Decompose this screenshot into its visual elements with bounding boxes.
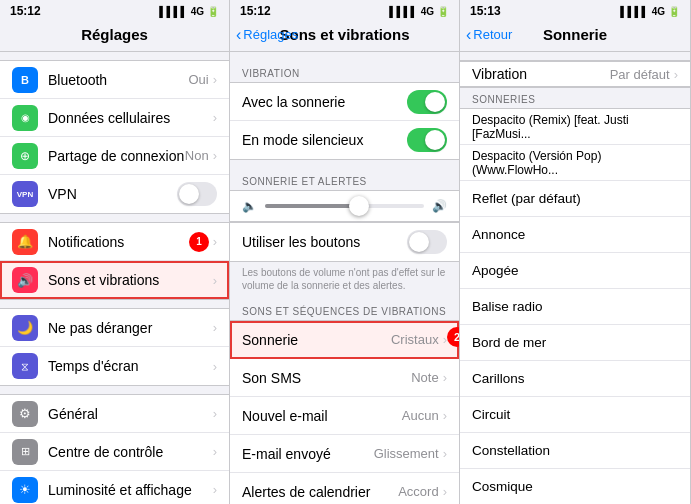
ringtone-label: Apogée xyxy=(472,263,678,278)
vibration-row-label: Vibration xyxy=(472,66,610,82)
time-2: 15:12 xyxy=(240,4,271,18)
sidebar-item-general[interactable]: ⚙ Général › xyxy=(0,395,229,433)
alertes-calendrier-label: Alertes de calendrier xyxy=(242,484,398,500)
slider-thumb[interactable] xyxy=(349,196,369,216)
ringtone-carillons[interactable]: Carillons xyxy=(460,361,690,397)
page-title-2: Sons et vibrations xyxy=(279,26,409,43)
control-label: Centre de contrôle xyxy=(48,444,213,460)
chevron-icon: › xyxy=(443,484,447,499)
signal-icon-3: ▌▌▌▌ xyxy=(620,6,648,17)
vpn-label: VPN xyxy=(48,186,177,202)
avec-sonnerie-toggle[interactable] xyxy=(407,90,447,114)
panel-settings: 15:12 ▌▌▌▌ 4G 🔋 Réglages B Bluetooth Oui… xyxy=(0,0,230,504)
display-label: Luminosité et affichage xyxy=(48,482,213,498)
ringtone-label: Constellation xyxy=(472,443,678,458)
dnd-icon: 🌙 xyxy=(12,315,38,341)
sidebar-item-hotspot[interactable]: ⊕ Partage de connexion Non › xyxy=(0,137,229,175)
sonneries-label: SONNERIES xyxy=(460,88,690,108)
use-buttons-toggle[interactable] xyxy=(407,230,447,254)
dnd-label: Ne pas déranger xyxy=(48,320,213,336)
ringtone-label: Annonce xyxy=(472,227,678,242)
volume-high-icon: 🔊 xyxy=(432,199,447,213)
ringtone-label: Despacito (Versión Pop) (Www.FlowHo... xyxy=(472,149,678,177)
ringtone-label: Reflet (par défaut) xyxy=(472,191,678,206)
sidebar-item-control[interactable]: ⊞ Centre de contrôle › xyxy=(0,433,229,471)
ringtone-label: Despacito (Remix) [feat. Justi [FazMusi.… xyxy=(472,113,678,141)
ringtone-circuit[interactable]: Circuit xyxy=(460,397,690,433)
mode-silencieux-label: En mode silencieux xyxy=(242,132,407,148)
use-buttons-item[interactable]: Utiliser les boutons xyxy=(230,223,459,261)
sidebar-item-screentime[interactable]: ⧖ Temps d'écran › xyxy=(0,347,229,385)
vpn-icon: VPN xyxy=(12,181,38,207)
hotspot-value: Non xyxy=(185,148,209,163)
battery-icon: 🔋 xyxy=(207,6,219,17)
network-icon-2: 4G xyxy=(421,6,434,17)
ringtone-despacito-version[interactable]: Despacito (Versión Pop) (Www.FlowHo... xyxy=(460,145,690,181)
avec-sonnerie-item[interactable]: Avec la sonnerie xyxy=(230,83,459,121)
email-envoye-label: E-mail envoyé xyxy=(242,446,374,462)
chevron-icon: › xyxy=(213,148,217,163)
volume-slider-row[interactable]: 🔈 🔊 xyxy=(230,190,459,222)
back-button-3[interactable]: ‹ Retour xyxy=(466,26,512,44)
chevron-icon: › xyxy=(213,273,217,288)
signal-icon: ▌▌▌▌ xyxy=(159,6,187,17)
ringtone-despacito-remix[interactable]: Despacito (Remix) [feat. Justi [FazMusi.… xyxy=(460,109,690,145)
sidebar-item-dnd[interactable]: 🌙 Ne pas déranger › xyxy=(0,309,229,347)
group-alerts: 🔔 Notifications 1 › 🔊 Sons et vibrations… xyxy=(0,222,229,300)
avec-sonnerie-label: Avec la sonnerie xyxy=(242,94,407,110)
bluetooth-label: Bluetooth xyxy=(48,72,188,88)
son-sms-value: Note xyxy=(411,370,438,385)
vpn-toggle[interactable] xyxy=(177,182,217,206)
nav-bar-1: Réglages xyxy=(0,20,229,52)
chevron-icon: › xyxy=(443,408,447,423)
son-sms-item[interactable]: Son SMS Note › xyxy=(230,359,459,397)
sonnerie-alertes-label: SONNERIE ET ALERTES xyxy=(230,168,459,190)
ringtone-label: Bord de mer xyxy=(472,335,678,350)
mode-silencieux-toggle[interactable] xyxy=(407,128,447,152)
ringtone-balise-radio[interactable]: Balise radio xyxy=(460,289,690,325)
sidebar-item-cellular[interactable]: ◉ Données cellulaires › xyxy=(0,99,229,137)
slider-fill xyxy=(265,204,352,208)
sidebar-item-display[interactable]: ☀ Luminosité et affichage › xyxy=(0,471,229,504)
sidebar-item-sounds[interactable]: 🔊 Sons et vibrations › xyxy=(0,261,229,299)
panel-sonnerie: 15:13 ▌▌▌▌ 4G 🔋 ‹ Retour Sonnerie Vibrat… xyxy=(460,0,691,504)
sidebar-item-bluetooth[interactable]: B Bluetooth Oui › xyxy=(0,61,229,99)
group-vibration: Avec la sonnerie En mode silencieux xyxy=(230,82,459,160)
time-3: 15:13 xyxy=(470,4,501,18)
settings-list-2: VIBRATION Avec la sonnerie En mode silen… xyxy=(230,52,459,504)
back-button-2[interactable]: ‹ Réglages xyxy=(236,26,298,44)
back-label-3: Retour xyxy=(473,27,512,42)
group-use-buttons: Utiliser les boutons xyxy=(230,222,459,262)
sonnerie-item[interactable]: Sonnerie Cristaux › xyxy=(230,321,459,359)
chevron-icon: › xyxy=(213,444,217,459)
sounds-icon: 🔊 xyxy=(12,267,38,293)
ringtones-group: 3 Despacito (Remix) [feat. Justi [FazMus… xyxy=(460,108,690,504)
group-vibration-sonnerie: Vibration Par défaut › xyxy=(460,60,690,88)
chevron-icon: › xyxy=(443,370,447,385)
ringtone-cosmique[interactable]: Cosmique xyxy=(460,469,690,504)
back-arrow-icon-3: ‹ xyxy=(466,26,471,44)
display-icon: ☀ xyxy=(12,477,38,503)
ringtone-reflet[interactable]: Reflet (par défaut) xyxy=(460,181,690,217)
mode-silencieux-item[interactable]: En mode silencieux xyxy=(230,121,459,159)
email-envoye-item[interactable]: E-mail envoyé Glissement › xyxy=(230,435,459,473)
vibration-row[interactable]: Vibration Par défaut › xyxy=(460,61,690,87)
network-icon: 4G xyxy=(191,6,204,17)
vibration-row-value: Par défaut xyxy=(610,67,670,82)
sidebar-item-vpn[interactable]: VPN VPN xyxy=(0,175,229,213)
sidebar-item-notifications[interactable]: 🔔 Notifications 1 › xyxy=(0,223,229,261)
ringtone-annonce[interactable]: Annonce xyxy=(460,217,690,253)
use-buttons-label: Utiliser les boutons xyxy=(242,234,407,250)
ringtone-bord-de-mer[interactable]: Bord de mer xyxy=(460,325,690,361)
son-sms-label: Son SMS xyxy=(242,370,411,386)
vibration-label: VIBRATION xyxy=(230,60,459,82)
ringtone-constellation[interactable]: Constellation xyxy=(460,433,690,469)
ringtone-label: Cosmique xyxy=(472,479,678,494)
nouvel-email-label: Nouvel e-mail xyxy=(242,408,402,424)
ringtone-apogee[interactable]: Apogée xyxy=(460,253,690,289)
chevron-icon: › xyxy=(213,234,217,249)
volume-slider[interactable] xyxy=(265,204,424,208)
alertes-calendrier-item[interactable]: Alertes de calendrier Accord › xyxy=(230,473,459,504)
ringtone-label: Balise radio xyxy=(472,299,678,314)
nouvel-email-item[interactable]: Nouvel e-mail Aucun › xyxy=(230,397,459,435)
